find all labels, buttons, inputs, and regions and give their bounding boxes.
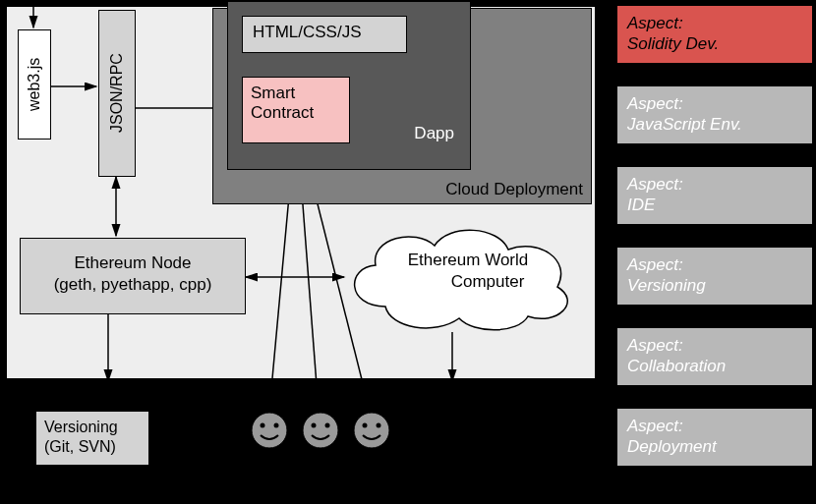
svg-point-19 bbox=[377, 423, 381, 428]
aspect-ide[interactable]: Aspect: IDE bbox=[617, 167, 812, 224]
htmlcssjs-label: HTML/CSS/JS bbox=[253, 23, 362, 41]
aspect-label2: Solidity Dev. bbox=[627, 34, 719, 53]
smiley-icon bbox=[301, 411, 340, 450]
aspect-collaboration[interactable]: Aspect: Collaboration bbox=[617, 328, 812, 385]
jsonrpc-label: JSON/RPC bbox=[108, 54, 126, 134]
smiley-icon bbox=[250, 411, 289, 450]
svg-point-17 bbox=[354, 413, 389, 448]
aspect-label2: Versioning bbox=[627, 276, 706, 295]
svg-point-18 bbox=[363, 423, 368, 428]
aspect-label1: Aspect: bbox=[627, 255, 683, 274]
svg-point-14 bbox=[303, 413, 338, 448]
smart-contract-box: Smart Contract bbox=[242, 77, 350, 143]
svg-point-12 bbox=[261, 423, 265, 428]
web3js-box: web3.js bbox=[18, 29, 51, 140]
aspect-label1: Aspect: bbox=[627, 14, 683, 32]
aspect-javascript-env[interactable]: Aspect: JavaScript Env. bbox=[617, 86, 812, 143]
versioning-box: Versioning (Git, SVN) bbox=[35, 411, 149, 466]
svg-point-11 bbox=[252, 413, 287, 448]
svg-point-15 bbox=[312, 423, 317, 428]
eth-world-line2: Computer bbox=[412, 272, 525, 291]
eth-node-line2: (geth, pyethapp, cpp) bbox=[21, 274, 245, 296]
jsonrpc-box: JSON/RPC bbox=[98, 10, 136, 177]
aspect-versioning[interactable]: Aspect: Versioning bbox=[617, 248, 812, 305]
web3js-label: web3.js bbox=[26, 58, 43, 111]
aspect-label2: JavaScript Env. bbox=[627, 115, 742, 134]
eth-node-line1: Ethereum Node bbox=[21, 252, 245, 274]
aspect-label1: Aspect: bbox=[627, 417, 683, 435]
aspect-solidity-dev[interactable]: Aspect: Solidity Dev. bbox=[617, 6, 812, 63]
dapp-label: Dapp bbox=[414, 124, 454, 143]
aspect-label2: IDE bbox=[627, 196, 655, 214]
aspects-panel: Aspect: Solidity Dev. Aspect: JavaScript… bbox=[617, 6, 812, 489]
dapp-box: HTML/CSS/JS Smart Contract Dapp bbox=[227, 1, 471, 170]
aspect-label1: Aspect: bbox=[627, 336, 683, 355]
svg-point-16 bbox=[325, 423, 330, 428]
htmlcssjs-box: HTML/CSS/JS bbox=[242, 16, 407, 53]
eth-world-line1: Ethereum World bbox=[408, 251, 529, 269]
ethereum-world-text: Ethereum World Computer bbox=[376, 250, 560, 293]
aspect-label2: Deployment bbox=[627, 437, 717, 456]
smart-contract-label: Smart Contract bbox=[251, 84, 314, 122]
ethereum-node-box: Ethereum Node (geth, pyethapp, cpp) bbox=[20, 238, 246, 314]
svg-point-13 bbox=[274, 423, 279, 428]
cloud-deployment-box: HTML/CSS/JS Smart Contract Dapp Cloud De… bbox=[212, 8, 592, 204]
versioning-label: Versioning (Git, SVN) bbox=[44, 419, 118, 455]
aspect-deployment[interactable]: Aspect: Deployment bbox=[617, 409, 812, 466]
aspect-label2: Collaboration bbox=[627, 357, 726, 375]
cloud-deployment-label: Cloud Deployment bbox=[445, 180, 583, 199]
smiley-icon bbox=[352, 411, 391, 450]
ethereum-world-cloud: Ethereum World Computer bbox=[336, 218, 580, 334]
aspect-label1: Aspect: bbox=[627, 175, 683, 194]
aspect-label1: Aspect: bbox=[627, 94, 683, 113]
